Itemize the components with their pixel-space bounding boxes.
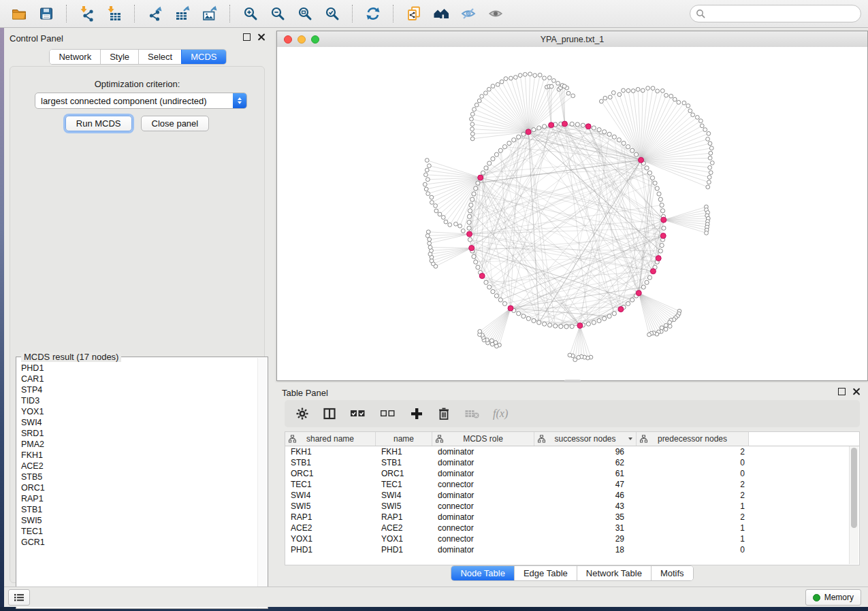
network-node[interactable] (543, 76, 547, 80)
network-node[interactable] (562, 84, 566, 88)
network-node[interactable] (448, 222, 452, 227)
network-node[interactable] (673, 97, 677, 101)
network-node[interactable] (427, 164, 431, 168)
network-node[interactable] (656, 89, 660, 93)
network-node[interactable] (425, 159, 429, 163)
memory-button[interactable]: Memory (805, 589, 861, 606)
mcds-result-item[interactable]: SRD1 (21, 428, 258, 439)
network-node[interactable] (641, 285, 645, 289)
network-node[interactable] (484, 280, 488, 284)
network-node[interactable] (653, 181, 657, 185)
network-node[interactable] (650, 176, 654, 180)
mcds-result-item[interactable]: FKH1 (21, 450, 258, 461)
network-node[interactable] (608, 95, 612, 99)
network-node[interactable] (592, 320, 596, 325)
import-network-icon[interactable] (75, 3, 99, 24)
mcds-dominator-node[interactable] (577, 323, 583, 329)
network-node[interactable] (428, 237, 432, 242)
network-node[interactable] (528, 72, 532, 76)
search-box[interactable] (690, 5, 861, 22)
table-row[interactable]: ACE2ACE2connector311 (285, 523, 859, 533)
network-node[interactable] (438, 212, 442, 216)
select-all-columns-icon[interactable] (350, 408, 366, 420)
tab-style[interactable]: Style (100, 50, 138, 64)
network-node[interactable] (424, 187, 428, 191)
network-node[interactable] (570, 122, 574, 126)
network-node[interactable] (646, 86, 650, 90)
network-node[interactable] (660, 203, 664, 207)
open-session-icon[interactable] (7, 3, 31, 24)
network-node[interactable] (706, 185, 710, 189)
network-node[interactable] (491, 289, 495, 293)
tab-mcds[interactable]: MCDS (181, 50, 225, 64)
network-node[interactable] (708, 165, 712, 169)
network-node[interactable] (491, 84, 495, 88)
network-node[interactable] (470, 132, 475, 136)
network-node[interactable] (509, 76, 513, 80)
network-node[interactable] (647, 333, 652, 337)
network-node[interactable] (645, 280, 649, 284)
network-node[interactable] (423, 182, 427, 186)
network-node[interactable] (500, 80, 504, 84)
network-node[interactable] (424, 173, 428, 177)
mcds-dominator-node[interactable] (469, 246, 475, 251)
network-node[interactable] (660, 243, 664, 247)
network-node[interactable] (472, 254, 476, 259)
network-node[interactable] (668, 320, 672, 325)
network-node[interactable] (454, 222, 458, 226)
network-node[interactable] (478, 329, 482, 333)
network-node[interactable] (461, 229, 465, 233)
mcds-result-item[interactable]: STP4 (21, 384, 258, 395)
network-node[interactable] (469, 203, 473, 207)
network-node[interactable] (602, 130, 607, 134)
network-node[interactable] (434, 203, 438, 208)
export-table-icon[interactable] (170, 3, 195, 24)
mcds-dominator-node[interactable] (656, 256, 661, 261)
network-node[interactable] (597, 128, 601, 132)
network-node[interactable] (487, 285, 492, 289)
network-node[interactable] (617, 138, 621, 142)
network-canvas[interactable] (277, 47, 867, 380)
network-node[interactable] (476, 181, 480, 185)
network-node[interactable] (634, 152, 638, 156)
table-tab-edge-table[interactable]: Edge Table (514, 566, 577, 580)
network-node[interactable] (592, 126, 596, 130)
network-node[interactable] (660, 326, 664, 330)
mcds-result-item[interactable]: SWI5 (21, 515, 258, 526)
network-node[interactable] (664, 327, 668, 331)
network-node[interactable] (581, 123, 585, 127)
mcds-list-scrollbar[interactable] (257, 358, 267, 608)
apply-layout-icon[interactable] (361, 3, 385, 24)
mcds-dominator-node[interactable] (478, 175, 483, 180)
network-node[interactable] (553, 324, 558, 328)
network-node[interactable] (703, 128, 707, 132)
table-row[interactable]: ORC1ORC1dominator610 (285, 468, 859, 479)
show-graphics-details-icon[interactable] (483, 3, 508, 24)
network-node[interactable] (708, 142, 712, 146)
network-node[interactable] (532, 318, 536, 323)
network-node[interactable] (425, 178, 430, 182)
network-node[interactable] (645, 166, 649, 170)
network-node[interactable] (707, 180, 711, 184)
first-neighbors-icon[interactable] (429, 3, 453, 24)
network-node[interactable] (517, 135, 521, 139)
network-node[interactable] (467, 226, 471, 230)
network-node[interactable] (707, 131, 711, 135)
mcds-dominator-node[interactable] (660, 233, 666, 239)
table-scrollbar[interactable] (849, 446, 858, 564)
network-node[interactable] (660, 88, 664, 93)
task-history-button[interactable] (8, 589, 30, 606)
import-table-icon[interactable] (102, 3, 127, 24)
network-node[interactable] (573, 358, 577, 362)
zoom-fit-icon[interactable] (293, 3, 317, 24)
column-header-name[interactable]: name (376, 432, 432, 446)
network-node[interactable] (474, 186, 478, 191)
network-node[interactable] (521, 132, 526, 136)
network-node[interactable] (518, 73, 522, 78)
network-node[interactable] (602, 316, 607, 320)
table-row[interactable]: FKH1FKH1dominator962 (285, 446, 859, 457)
mcds-result-list[interactable]: PHD1CAR1STP4TID3YOX1SWI4SRD1PMA2FKH1ACE2… (17, 359, 258, 608)
network-node[interactable] (484, 91, 488, 95)
network-node[interactable] (426, 230, 430, 234)
network-node[interactable] (626, 88, 630, 93)
